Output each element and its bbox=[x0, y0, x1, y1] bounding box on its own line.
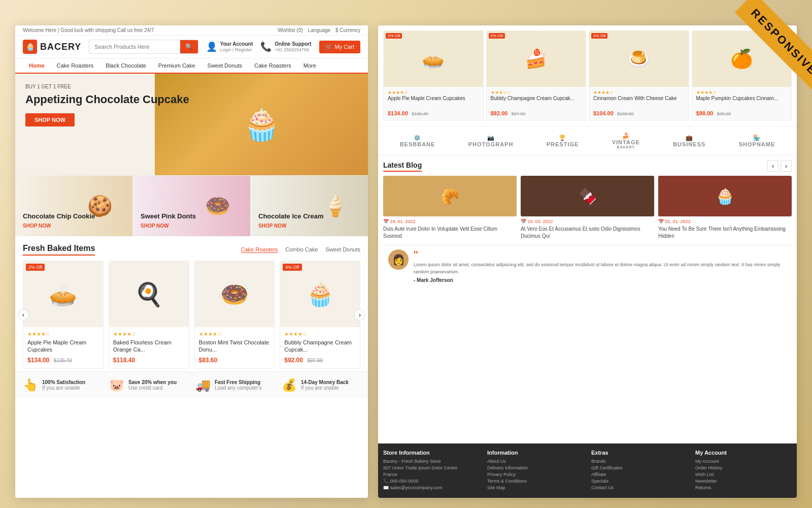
responsive-ribbon-wrapper: RESPONSIVE bbox=[710, 0, 812, 102]
footer-affiliate[interactable]: Affiliate bbox=[591, 472, 688, 477]
nav-premium-cake[interactable]: Premium Cake bbox=[152, 58, 201, 73]
welcome-text: Welcome Here | Good luck with shopping C… bbox=[23, 27, 154, 33]
money-back-text: 14-Day Money Back If you are unable bbox=[301, 379, 349, 391]
footer-terms[interactable]: Terms & Conditions bbox=[487, 479, 584, 484]
nav-home[interactable]: Home bbox=[23, 58, 51, 73]
fresh-baked-title: Fresh Baked Items bbox=[23, 244, 95, 256]
blog-next[interactable]: › bbox=[781, 161, 792, 172]
save-icon: 🐷 bbox=[109, 378, 124, 392]
footer-store-email[interactable]: ✉️ sales@yourcompany.com bbox=[383, 485, 480, 490]
logo: 🧁 BACERY bbox=[23, 40, 81, 54]
tab-combo-cake[interactable]: Combo Cake bbox=[285, 246, 318, 253]
footer-order-history[interactable]: Order History bbox=[695, 465, 792, 470]
footer-newsletter[interactable]: Newsletter bbox=[695, 479, 792, 484]
footer-info-title: Information bbox=[487, 450, 584, 456]
cart-button[interactable]: 🛒 My Cart bbox=[319, 41, 361, 53]
account-icon: 👤 bbox=[206, 41, 217, 52]
featured-stars-1: ★★★☆☆ bbox=[491, 90, 582, 95]
category-card-0: 🍪 Chocolate Chip Cookie SHOP NOW bbox=[15, 176, 133, 236]
support-text: Online Support +91 2583254789 bbox=[275, 41, 311, 52]
satisfaction-sub: If you are unable bbox=[42, 385, 85, 391]
support-icon: 📞 bbox=[260, 41, 272, 52]
left-panel: Welcome Here | Good luck with shopping C… bbox=[15, 25, 368, 498]
footer-store-country: France bbox=[383, 472, 480, 477]
account-text: Your Account Login / Register bbox=[220, 41, 253, 52]
footer-specials[interactable]: Specials bbox=[591, 479, 688, 484]
product-price-0: $134.00 bbox=[27, 357, 49, 364]
product-price-old-3: $97.99 bbox=[307, 358, 323, 363]
category-shop-2[interactable]: SHOP NOW bbox=[258, 223, 360, 229]
tab-cake-roasters[interactable]: Cake Roasters bbox=[241, 246, 278, 253]
blog-img-0: 🥐 bbox=[383, 176, 517, 216]
account-action[interactable]: 👤 Your Account Login / Register bbox=[206, 41, 253, 52]
product-price-1: $118.40 bbox=[113, 357, 135, 364]
brand-business[interactable]: 💼 BUSINESS bbox=[673, 135, 705, 147]
hero-shop-button[interactable]: SHOP NOW bbox=[25, 113, 75, 126]
nav-black-chocolate[interactable]: Black Chocolate bbox=[99, 58, 152, 73]
top-bar-right: Wishlist (0) Language $ Currency bbox=[278, 27, 360, 33]
footer-store-addr: 507 Union Trade ipsum Dolor Centre bbox=[383, 465, 480, 470]
featured-stars-0: ★★★★☆ bbox=[388, 90, 479, 95]
tab-sweet-donuts[interactable]: Sweet Donuts bbox=[326, 246, 360, 253]
featured-price-old-1: $97.99 bbox=[512, 111, 526, 116]
badge-money-back: 💰 14-Day Money Back If you are unable bbox=[282, 378, 360, 392]
nav-cake-roasters[interactable]: Cake Roasters bbox=[51, 58, 100, 73]
blog-card-1: 🍫 📅 15. 03. 2022 At Vero Eos Et Accusamu… bbox=[521, 176, 654, 240]
search-button[interactable]: 🔍 bbox=[180, 40, 198, 53]
footer-col-account: My Account My Account Order History Wish… bbox=[695, 450, 792, 492]
nav-more[interactable]: More bbox=[297, 58, 322, 73]
footer-returns[interactable]: Returns bbox=[695, 485, 792, 490]
featured-img-0: 2% Off 🥧 bbox=[384, 31, 483, 87]
footer-brands[interactable]: Brands bbox=[591, 459, 688, 464]
hero-content: BUY 1 GET 1 FREE Appetizing Chocolate Cu… bbox=[25, 84, 358, 126]
search-bar: 🔍 bbox=[89, 40, 198, 54]
product-info-1: ★★★★☆ Baked Flourless Cream Orange Ca...… bbox=[109, 327, 189, 368]
blog-prev[interactable]: ‹ bbox=[767, 161, 779, 172]
footer-sitemap[interactable]: Site Map bbox=[487, 485, 584, 490]
featured-card-2: 4% Off 🍮 ★★★★☆ Cinnamon Cream With Chees… bbox=[589, 30, 689, 121]
featured-price-1: $92.00 bbox=[491, 110, 508, 116]
product-img-3: 4% Off 🧁 bbox=[280, 261, 360, 327]
support-phone: +91 2583254789 bbox=[275, 47, 309, 52]
nav-sweet-donuts[interactable]: Sweet Donuts bbox=[201, 58, 248, 73]
wishlist-link[interactable]: Wishlist (0) bbox=[278, 27, 302, 33]
product-card-3: 4% Off 🧁 ★★★★☆ Bubbly Champagne Cream Cu… bbox=[280, 261, 360, 369]
product-stars-2: ★★★★☆ bbox=[199, 331, 270, 337]
brand-prestige[interactable]: 🏆 PRESTIGE bbox=[547, 135, 579, 147]
search-input[interactable] bbox=[89, 40, 180, 53]
ribbon-text: RESPONSIVE bbox=[749, 6, 812, 78]
brand-photograph[interactable]: 📷 PHOTOGRAPH bbox=[468, 135, 514, 147]
featured-info-2: ★★★★☆ Cinnamon Cream With Cheese Cake $1… bbox=[589, 87, 689, 120]
brand-besbbane[interactable]: ⚙️ BESBBANE bbox=[400, 135, 435, 147]
support-label: Online Support bbox=[275, 41, 311, 47]
brand-vintage[interactable]: 🍰 VINTAGEBakery bbox=[612, 133, 640, 149]
category-shop-0[interactable]: SHOP NOW bbox=[23, 223, 125, 229]
brand-shopname[interactable]: 🏪 SHOPNAME bbox=[739, 135, 775, 147]
language-selector[interactable]: Language bbox=[308, 27, 331, 33]
blog-card-0: 🥐 📅 18. 01. 2022 Duis Aute irure Dolor I… bbox=[383, 176, 517, 240]
category-shop-1[interactable]: SHOP NOW bbox=[141, 223, 243, 229]
carousel-next[interactable]: › bbox=[354, 309, 365, 321]
featured-card-1: 0% Off 🍰 ★★★☆☆ Bubbly Champagne Cream Cu… bbox=[486, 30, 587, 121]
footer-wish-list[interactable]: Wish List bbox=[695, 472, 792, 477]
header: 🧁 BACERY 🔍 👤 Your Account Login / Regist… bbox=[15, 36, 368, 58]
shipping-sub: Load any computer's bbox=[215, 385, 262, 391]
footer-gift[interactable]: Gift Certificates bbox=[591, 465, 688, 470]
footer-privacy[interactable]: Privacy Policy bbox=[487, 472, 584, 477]
currency-selector[interactable]: $ Currency bbox=[335, 27, 360, 33]
blog-img-1: 🍫 bbox=[521, 176, 654, 216]
product-stars-1: ★★★★☆ bbox=[113, 331, 185, 337]
featured-price-3: $98.00 bbox=[696, 110, 714, 116]
footer-about[interactable]: About Us bbox=[487, 459, 584, 464]
top-bar: Welcome Here | Good luck with shopping C… bbox=[15, 25, 368, 36]
featured-price-0: $134.00 bbox=[388, 110, 408, 116]
footer-delivery[interactable]: Delivery Information bbox=[487, 465, 584, 470]
footer-store-phone[interactable]: 📞 000-000-0000 bbox=[383, 479, 480, 484]
blog-text-1: At Vero Eos Et Accusamus Et iusto Odio D… bbox=[521, 226, 654, 240]
footer-my-account[interactable]: My Account bbox=[695, 459, 792, 464]
footer-contact[interactable]: Contact Us bbox=[591, 485, 688, 490]
product-badge-0: 2% Off bbox=[26, 264, 45, 271]
blog-date-0: 📅 18. 01. 2022 bbox=[383, 219, 517, 224]
carousel-prev[interactable]: ‹ bbox=[18, 309, 29, 321]
nav-cake-roasters-2[interactable]: Cake Roasters bbox=[248, 58, 297, 73]
